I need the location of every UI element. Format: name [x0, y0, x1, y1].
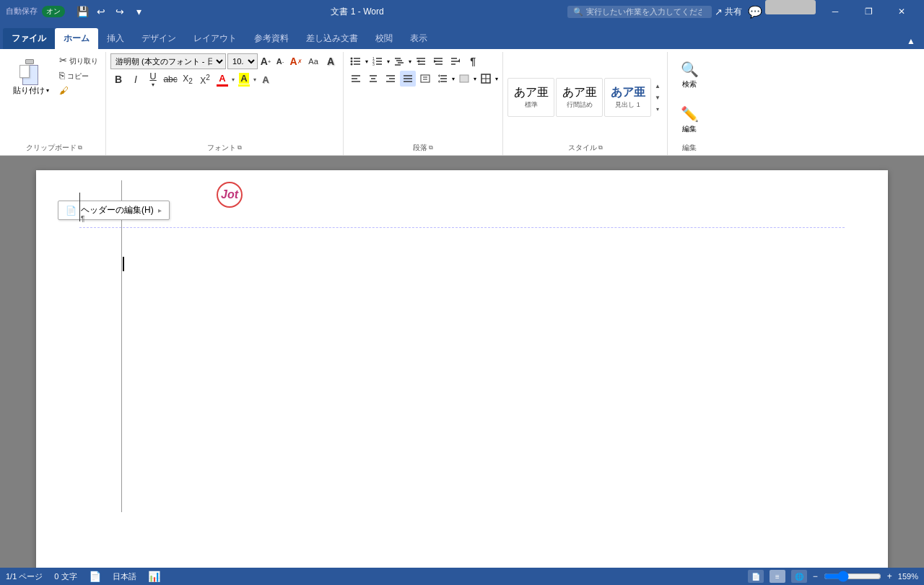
zoom-in-btn[interactable]: + — [887, 571, 892, 581]
tab-refs[interactable]: 参考資料 — [245, 28, 297, 49]
find-button[interactable]: 🔍 検索 — [675, 53, 704, 97]
align-left-button[interactable] — [348, 71, 364, 87]
change-case-button[interactable]: Aa — [305, 53, 321, 69]
para-expander[interactable]: ⧉ — [429, 144, 433, 151]
numbered-dropdown[interactable]: ▾ — [387, 58, 390, 65]
tab-insert[interactable]: 挿入 — [98, 28, 133, 49]
tab-view[interactable]: 表示 — [401, 28, 436, 49]
close-button[interactable]: ✕ — [885, 0, 918, 23]
styles-expander[interactable]: ⧉ — [598, 144, 603, 151]
jot-badge-container[interactable]: Jot — [217, 182, 243, 208]
strikethrough-button[interactable]: abc — [162, 71, 178, 87]
line-spacing-button[interactable] — [435, 71, 450, 87]
style-heading1[interactable]: あア亜 見出し 1 — [604, 78, 651, 117]
search-box[interactable]: 🔍 — [567, 6, 712, 18]
share-area: ↗ 共有 💬 — [715, 5, 762, 19]
web-layout-view-btn[interactable]: 🌐 — [791, 570, 807, 583]
styles-scroll-up[interactable]: ▲ — [653, 81, 663, 91]
bullet-list-button[interactable] — [348, 53, 364, 69]
styles-group: あア亜 標準 あア亜 行間詰め あア亜 見出し 1 ▲ ▼ ▾ — [503, 52, 668, 155]
align-center-button[interactable] — [365, 71, 381, 87]
clear-format-button[interactable]: A✗ — [288, 53, 304, 69]
edit-button[interactable]: ✏️ 編集 — [675, 98, 704, 141]
minimize-button[interactable]: ─ — [819, 0, 852, 23]
font-expander[interactable]: ⧉ — [237, 144, 242, 151]
styles-scroll-expand[interactable]: ▾ — [653, 104, 663, 114]
increase-indent-button[interactable] — [430, 53, 446, 69]
customize-qat-button[interactable]: ▾ — [130, 3, 147, 20]
superscript-button[interactable]: X2 — [197, 71, 213, 87]
tab-mailings[interactable]: 差し込み文書 — [297, 28, 367, 49]
align-right-button[interactable] — [383, 71, 398, 87]
autosave-toggle[interactable]: オン — [42, 6, 65, 17]
zoom-out-btn[interactable]: − — [813, 571, 818, 581]
para-label-text: 段落 — [413, 143, 427, 153]
header-edit-button[interactable]: 📄 ヘッダーの編集(H) ▸ — [58, 201, 170, 220]
page-view-icon[interactable]: 📄 — [89, 571, 101, 582]
subscript-button[interactable]: X2 — [180, 71, 196, 87]
multilevel-dropdown[interactable]: ▾ — [409, 58, 411, 65]
highlight-button[interactable]: A — [236, 71, 252, 87]
tab-layout[interactable]: レイアウト — [185, 28, 245, 49]
tab-home[interactable]: ホーム — [55, 28, 98, 49]
undo-button[interactable]: ↩ — [92, 3, 110, 20]
style-normal[interactable]: あア亜 標準 — [507, 78, 554, 117]
highlight-dropdown[interactable]: ▾ — [253, 76, 256, 83]
word-count-icon[interactable]: 📊 — [148, 571, 160, 582]
editing-group: 🔍 検索 ✏️ 編集 編集 — [668, 52, 711, 155]
line-spacing-dropdown[interactable]: ▾ — [452, 76, 455, 82]
page[interactable]: 📄 ヘッダーの編集(H) ▸ Jot ¶ — [36, 170, 888, 568]
para-row2: ▾ ▾ ▾ — [348, 71, 498, 87]
paste-dropdown-arrow[interactable]: ▾ — [46, 87, 49, 94]
tab-file[interactable]: ファイル — [3, 28, 55, 49]
justify-button[interactable] — [400, 71, 416, 87]
clipboard-expander[interactable]: ⧉ — [78, 144, 82, 151]
restore-button[interactable]: ❐ — [852, 0, 885, 23]
italic-button[interactable]: I — [128, 71, 144, 87]
search-input[interactable] — [586, 7, 702, 16]
cut-button[interactable]: ✂ 切り取り — [56, 53, 101, 68]
zoom-slider[interactable] — [824, 571, 881, 582]
borders-button[interactable] — [478, 71, 494, 87]
shrink-font-button[interactable]: A- — [274, 55, 287, 68]
tab-review[interactable]: 校閲 — [367, 28, 401, 49]
sort-button[interactable] — [448, 53, 463, 69]
page-content[interactable] — [36, 228, 888, 545]
show-hide-button[interactable]: ¶ — [465, 53, 481, 69]
grow-font-button[interactable]: A+ — [259, 55, 272, 68]
multilevel-list-button[interactable] — [391, 53, 407, 69]
expand-text-button[interactable] — [417, 71, 433, 87]
share-button[interactable]: ↗ 共有 — [715, 6, 742, 18]
underline-dropdown[interactable]: ▾ — [152, 82, 154, 88]
style-compact[interactable]: あア亜 行間詰め — [556, 78, 603, 117]
print-layout-view-btn[interactable]: 📄 — [748, 570, 764, 583]
underline-button[interactable]: U ▾ — [145, 71, 161, 87]
shading-dropdown[interactable]: ▾ — [474, 76, 476, 82]
styles-scroll-down[interactable]: ▼ — [653, 92, 663, 102]
paste-icon-paper — [19, 65, 30, 78]
bullet-dropdown[interactable]: ▾ — [365, 58, 368, 65]
font-color-button[interactable]: A — [214, 71, 230, 87]
font-color-dropdown[interactable]: ▾ — [232, 76, 235, 83]
style-heading1-label: 見出し 1 — [615, 100, 640, 110]
text-shadow-button[interactable]: A — [258, 71, 274, 87]
font-name-select[interactable]: 游明朝 (本文のフォント - 日本語) — [110, 53, 226, 69]
paste-button[interactable]: 貼り付け ▾ — [7, 53, 55, 99]
save-button[interactable]: 💾 — [74, 3, 91, 20]
borders-dropdown[interactable]: ▾ — [495, 76, 498, 82]
redo-button[interactable]: ↪ — [111, 3, 128, 20]
numbered-list-button[interactable]: 123 — [370, 53, 385, 69]
tab-design-label: デザイン — [141, 33, 176, 43]
font-size-select[interactable]: 10.5 — [227, 53, 258, 69]
shading-button[interactable] — [456, 71, 472, 87]
ribbon-collapse-btn[interactable]: ▲ — [901, 33, 921, 49]
doc-title-text: 文書 1 - Word — [331, 6, 383, 17]
tab-design[interactable]: デザイン — [133, 28, 185, 49]
comment-button[interactable]: 💬 — [748, 5, 762, 19]
bold-button[interactable]: B — [110, 71, 126, 87]
copy-button[interactable]: ⎘ コピー — [56, 69, 101, 83]
decrease-indent-button[interactable] — [413, 53, 429, 69]
read-mode-view-btn[interactable]: ≡ — [770, 570, 785, 583]
format-painter-button[interactable]: 🖌 — [56, 84, 101, 97]
text-effects-button[interactable]: A — [323, 53, 339, 69]
